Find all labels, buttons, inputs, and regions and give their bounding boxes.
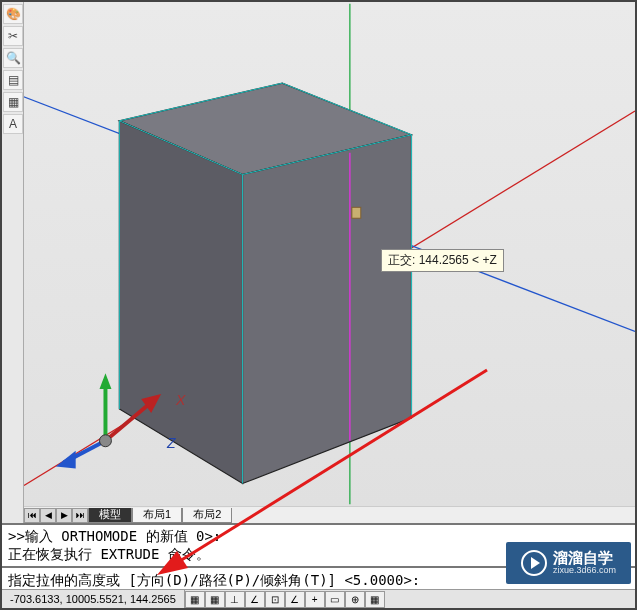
watermark-title: 溜溜自学 xyxy=(553,550,616,567)
tab-nav-last[interactable]: ⏭ xyxy=(72,508,88,523)
tab-nav-next[interactable]: ▶ xyxy=(56,508,72,523)
status-otrack-icon[interactable]: ∠ xyxy=(285,591,305,608)
axis-label-z: Z xyxy=(167,435,176,451)
layers-icon[interactable]: ▤ xyxy=(3,70,23,90)
status-bar: -703.6133, 10005.5521, 144.2565 ▦ ▦ ⊥ ∠ … xyxy=(2,589,635,608)
tab-layout2[interactable]: 布局2 xyxy=(182,508,232,523)
axis-label-x: X xyxy=(176,392,185,408)
left-toolbar: 🎨 ✂ 🔍 ▤ ▦ A xyxy=(2,2,24,523)
box-left xyxy=(119,121,242,484)
status-polar-icon[interactable]: ∠ xyxy=(245,591,265,608)
svg-marker-13 xyxy=(56,451,76,469)
svg-point-14 xyxy=(100,435,112,447)
coordinate-readout: -703.6133, 10005.5521, 144.2565 xyxy=(2,590,185,608)
status-grid-icon[interactable]: ▦ xyxy=(205,591,225,608)
palette-icon[interactable]: 🎨 xyxy=(3,4,23,24)
tab-nav-first[interactable]: ⏮ xyxy=(24,508,40,523)
status-osnap-icon[interactable]: ⊡ xyxy=(265,591,285,608)
tab-layout1[interactable]: 布局1 xyxy=(132,508,182,523)
watermark-logo: 溜溜自学 zixue.3d66.com xyxy=(506,542,631,584)
tab-model[interactable]: 模型 xyxy=(88,508,132,523)
svg-marker-9 xyxy=(100,373,112,389)
ortho-tooltip: 正交: 144.2565 < +Z xyxy=(381,249,504,272)
viewport[interactable]: X Z 正交: 144.2565 < +Z xyxy=(24,2,635,506)
table-icon[interactable]: ▦ xyxy=(3,92,23,112)
play-icon xyxy=(521,550,547,576)
pick-marker xyxy=(352,207,361,218)
status-model-icon[interactable]: ▦ xyxy=(365,591,385,608)
status-ducs-icon[interactable]: + xyxy=(305,591,325,608)
tab-nav-prev[interactable]: ◀ xyxy=(40,508,56,523)
text-a-icon[interactable]: A xyxy=(3,114,23,134)
status-snap-icon[interactable]: ▦ xyxy=(185,591,205,608)
box-front xyxy=(243,135,412,484)
status-dyn-icon[interactable]: ▭ xyxy=(325,591,345,608)
watermark-url: zixue.3d66.com xyxy=(553,566,616,576)
layout-tab-bar: ⏮ ◀ ▶ ⏭ 模型 布局1 布局2 xyxy=(24,506,635,523)
status-ortho-icon[interactable]: ⊥ xyxy=(225,591,245,608)
zoom-icon[interactable]: 🔍 xyxy=(3,48,23,68)
scissors-icon[interactable]: ✂ xyxy=(3,26,23,46)
status-lwt-icon[interactable]: ⊕ xyxy=(345,591,365,608)
